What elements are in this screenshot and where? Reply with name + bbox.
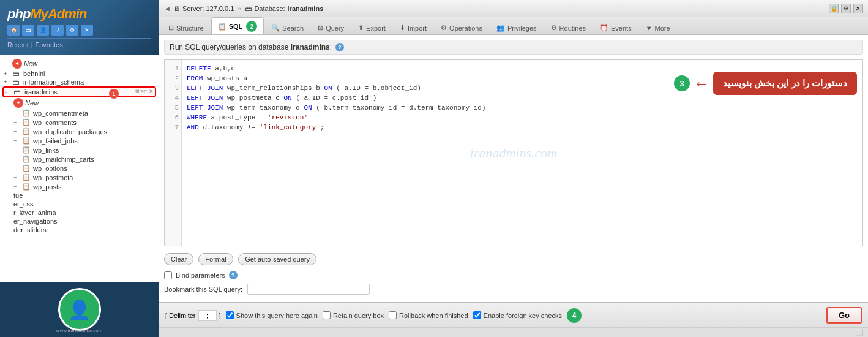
table-tue[interactable]: tue xyxy=(12,191,156,200)
tab-search[interactable]: 🔍 Search xyxy=(264,20,310,34)
filter-icon: filter: ✕ xyxy=(135,88,154,94)
table-icon: 📋 xyxy=(22,109,32,117)
db-icon: 🗃 xyxy=(12,70,22,77)
retain-query-checkbox[interactable] xyxy=(323,311,331,319)
tab-events[interactable]: ⏰ Events xyxy=(593,20,638,34)
line-1: 1 xyxy=(167,64,179,74)
show-query-label: Show this query here again xyxy=(236,312,318,319)
iranadmins-children: + New + 📋 wp_commentmeta + 📋 wp_comments xyxy=(2,97,156,234)
foreign-key-checkbox[interactable] xyxy=(473,311,481,319)
tab-privileges-label: Privileges xyxy=(507,25,537,32)
toggle-icon: + xyxy=(4,79,12,85)
table-wp-failed-jobs[interactable]: + 📋 wp_failed_jobs xyxy=(12,136,156,145)
new-database-item[interactable]: + New xyxy=(2,58,156,69)
table-label: wp_links xyxy=(33,146,59,154)
home-icon[interactable]: 🏠 xyxy=(7,25,20,36)
table-der-sliders[interactable]: der_sliders xyxy=(12,225,156,234)
structure-icon: ⊞ xyxy=(168,24,174,32)
clear-button[interactable]: Clear xyxy=(164,253,193,265)
auto-saved-button[interactable]: Get auto-saved query xyxy=(238,253,316,265)
favorites-link[interactable]: Favorites xyxy=(35,41,62,48)
foreign-key-option: Enable foreign key checks xyxy=(473,311,562,319)
sidebar-footer: 👤 www.iranadmins.com xyxy=(0,282,159,337)
table-wp-duplicator[interactable]: + 📋 wp_duplicator_packages xyxy=(12,127,156,136)
search-tab-icon: 🔍 xyxy=(271,24,280,32)
sidebar-tree-container: + New + 🗃 behnini + 🗃 information_schema xyxy=(0,55,159,282)
operations-icon: ⚙ xyxy=(441,24,447,32)
tab-export-label: Export xyxy=(366,25,386,32)
new-item-label: New xyxy=(24,60,37,67)
table-label: wp_posts xyxy=(33,183,61,191)
settings-icon[interactable]: ⚙ xyxy=(66,25,78,36)
avatar: 👤 xyxy=(58,288,101,331)
toggle-icon: + xyxy=(13,119,22,126)
show-query-checkbox[interactable] xyxy=(226,311,234,319)
tab-export[interactable]: ⬆ Export xyxy=(351,20,392,34)
main-content: ◄ 🖥 Server: 127.0.0.1 » 🗃 Database: iran… xyxy=(159,0,868,337)
routines-icon: ⚙ xyxy=(551,24,557,32)
sql-badge: 2 xyxy=(246,21,257,32)
sidebar-item-iranadmins[interactable]: - 🗃 iranadmins filter: ✕ 1 xyxy=(2,86,156,97)
table-r-layer-anima[interactable]: r_layer_anima xyxy=(12,208,156,217)
toggle-icon: + xyxy=(13,184,22,190)
bind-params-row: Bind parameters ? xyxy=(164,269,863,281)
settings-win-icon[interactable]: ⚙ xyxy=(841,4,851,13)
bind-params-checkbox[interactable] xyxy=(164,271,172,279)
bind-info-icon[interactable]: ? xyxy=(229,271,238,279)
tab-import[interactable]: ⬇ Import xyxy=(393,20,433,34)
delimiter-input[interactable] xyxy=(198,310,217,321)
table-label: er_navigations xyxy=(13,218,58,225)
tab-routines[interactable]: ⚙ Routines xyxy=(544,20,593,34)
table-er-css[interactable]: er_css xyxy=(12,200,156,208)
sidebar-item-behnini[interactable]: + 🗃 behnini xyxy=(2,69,156,78)
info-icon[interactable]: ? xyxy=(335,43,344,51)
table-wp-options[interactable]: + 📋 wp_options xyxy=(12,164,156,173)
tab-more[interactable]: ▼ More xyxy=(639,21,677,34)
table-wp-postmeta[interactable]: + 📋 wp_postmeta xyxy=(12,173,156,182)
tab-sql[interactable]: 📋 SQL 2 xyxy=(211,17,264,34)
recent-link[interactable]: Recent xyxy=(7,41,29,48)
tab-operations[interactable]: ⚙ Operations xyxy=(434,20,489,34)
bookmark-row: Bookmark this SQL query: xyxy=(164,281,863,297)
tab-structure[interactable]: ⊞ Structure xyxy=(162,20,211,34)
back-arrow[interactable]: ◄ xyxy=(164,5,171,12)
bookmark-input[interactable] xyxy=(247,284,370,295)
go-button[interactable]: Go xyxy=(826,307,862,324)
format-button[interactable]: Format xyxy=(198,253,233,265)
db-icon[interactable]: 🗃 xyxy=(22,25,34,36)
table-wp-posts[interactable]: + 📋 wp_posts xyxy=(12,182,156,191)
table-wp-mailchimp[interactable]: + 📋 wp_mailchimp_carts xyxy=(12,154,156,164)
table-label: wp_options xyxy=(33,165,67,172)
tab-search-label: Search xyxy=(282,25,304,32)
lock-icon: 🔒 xyxy=(829,4,839,13)
breadcrumb-sep: » xyxy=(238,5,241,12)
db-label: information_schema xyxy=(23,78,84,86)
annotation-text: دستورات را در این بخش بنویسید xyxy=(713,72,857,95)
query-icon: ⊠ xyxy=(318,24,323,32)
new-badge: + xyxy=(13,98,23,108)
table-wp-commentmeta[interactable]: + 📋 wp_commentmeta xyxy=(12,108,156,118)
table-wp-links[interactable]: + 📋 wp_links xyxy=(12,145,156,154)
bind-params-label: Bind parameters xyxy=(176,271,225,279)
table-label: wp_comments xyxy=(33,119,77,126)
tab-routines-label: Routines xyxy=(559,25,586,32)
table-icon: 📋 xyxy=(22,127,32,135)
rollback-checkbox[interactable] xyxy=(389,311,397,319)
table-er-navigations[interactable]: er_navigations xyxy=(12,217,156,225)
sidebar-tree: + New + 🗃 behnini + 🗃 information_schema xyxy=(0,57,159,235)
show-query-option: Show this query here again xyxy=(226,311,318,319)
table-wp-comments[interactable]: + 📋 wp_comments xyxy=(12,118,156,127)
tab-more-label: More xyxy=(655,25,670,32)
tab-privileges[interactable]: 👥 Privileges xyxy=(490,20,544,34)
exit-icon[interactable]: ✕ xyxy=(81,25,93,36)
line-5: 5 xyxy=(167,103,179,113)
new-table-item[interactable]: + New xyxy=(12,97,156,108)
table-label: wp_duplicator_packages xyxy=(33,128,107,135)
table-icon: 📋 xyxy=(22,183,32,191)
tab-query[interactable]: ⊠ Query xyxy=(311,20,351,34)
sidebar-item-information-schema[interactable]: + 🗃 information_schema xyxy=(2,78,156,86)
close-win-icon[interactable]: ✕ xyxy=(853,4,863,13)
refresh-icon[interactable]: ↺ xyxy=(51,25,64,36)
badge-4: 4 xyxy=(567,308,582,323)
user-icon[interactable]: 👤 xyxy=(37,25,49,36)
